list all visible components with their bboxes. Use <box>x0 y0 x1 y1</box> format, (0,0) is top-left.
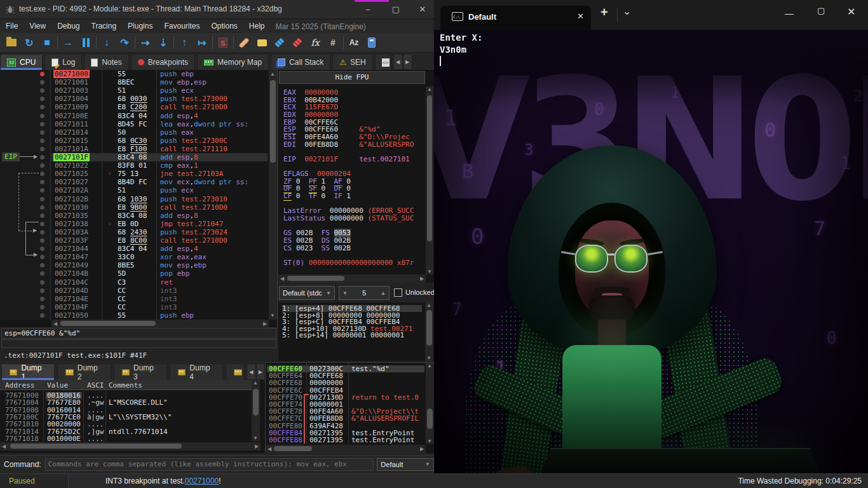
stack-row[interactable]: 00CFFE6800000000 <box>266 379 424 386</box>
row-dot[interactable] <box>40 197 44 201</box>
row-dot[interactable] <box>40 280 44 285</box>
tab-script-partial[interactable]: <> <box>375 54 391 70</box>
breakpoint-dot[interactable] <box>40 72 44 76</box>
args-vscrollbar[interactable]: ▲ ▼ <box>425 302 433 361</box>
disasm-hscrollbar[interactable]: ◀ ▶ <box>51 320 269 327</box>
row-dot[interactable] <box>40 105 44 109</box>
disasm-row[interactable]: 0027105055push ebp <box>0 311 267 320</box>
patches-button[interactable] <box>235 34 253 51</box>
labels-button[interactable] <box>271 34 288 51</box>
run-to-user-code-button[interactable]: ↑ <box>175 34 193 51</box>
row-dot[interactable] <box>40 214 44 218</box>
unlocked-checkbox[interactable] <box>394 288 402 297</box>
new-tab-button[interactable]: + <box>600 5 608 20</box>
row-dot[interactable] <box>40 130 44 135</box>
stack-vscrollbar[interactable]: ▲ ▼ <box>426 363 434 444</box>
tab-call-stack[interactable]: Call Stack <box>271 54 330 70</box>
calculator-button[interactable] <box>363 34 381 51</box>
command-script-combo[interactable]: Default▼ <box>377 458 434 471</box>
disasm-row[interactable]: 002710018BECmov ebp,esp <box>0 78 267 86</box>
row-dot[interactable] <box>40 172 44 176</box>
row-dot[interactable] <box>40 297 44 301</box>
register-line[interactable]: EDI 00FEB8D8 &"ALLUSERSPRO <box>283 141 414 149</box>
row-dot[interactable] <box>40 97 44 101</box>
row-dot[interactable] <box>40 313 44 318</box>
open-file-button[interactable] <box>3 34 20 51</box>
maximize-button[interactable]: ▢ <box>385 0 407 19</box>
row-dot[interactable] <box>40 163 44 168</box>
disasm-row[interactable]: 0027104733C0xor eax,eax <box>0 253 267 261</box>
assemble-button[interactable]: Aᴢ <box>345 34 363 51</box>
terminal-maximize-button[interactable]: ▢ <box>817 6 825 15</box>
row-dot[interactable] <box>40 288 44 293</box>
disasm-row[interactable]: 0027100E83C4 04add esp,4 <box>0 112 267 120</box>
row-dot[interactable] <box>40 80 44 85</box>
menu-options[interactable]: Options <box>205 20 243 33</box>
disasm-row[interactable]: 0027100055push ebp <box>0 70 267 78</box>
step-over-button[interactable]: ↷ <box>116 34 133 51</box>
menu-help[interactable]: Help <box>243 20 271 33</box>
dump-tab-4[interactable]: Dump 4 <box>170 363 223 380</box>
stop-button[interactable]: ■ <box>38 34 56 51</box>
functions-button[interactable]: fx <box>306 34 324 51</box>
tab-notes[interactable]: Notes <box>84 54 128 70</box>
disasm-row[interactable]: 0027101450push eax <box>0 128 267 137</box>
menu-favourites[interactable]: Favourites <box>158 20 205 33</box>
disasm-row[interactable]: 0027104FCCint3 <box>0 303 267 311</box>
row-dot[interactable] <box>40 238 44 243</box>
regs-hscrollbar[interactable]: ◀ ▶ <box>278 274 426 283</box>
disasm-row[interactable]: 00271030E8 9B00call test.2710D0 <box>0 203 267 212</box>
tab-scroll-right-button[interactable]: ▶ <box>403 54 412 70</box>
register-line[interactable]: LastStatus 00000000 (STATUS_SUC <box>283 215 414 222</box>
arguments-panel[interactable]: 1: [esp+4] 00CFFE68 00CFFE682: [esp+8] 0… <box>278 302 434 361</box>
terminal-tab[interactable]: C:\ Default ✕ <box>440 6 591 30</box>
step-into-swallow-button[interactable]: ⇣ <box>154 34 172 51</box>
disasm-row[interactable]: 00271009E8 C200call test.2710D0 <box>0 103 267 111</box>
tab-dropdown-chevron-icon[interactable]: ⌄ <box>623 5 631 17</box>
tab-close-icon[interactable]: ✕ <box>577 11 584 21</box>
disasm-row[interactable]: 0027100351push ecx <box>0 86 267 95</box>
disasm-row[interactable]: 0027104CC3ret <box>0 278 267 287</box>
dump-scroll-left-button[interactable]: ◀ <box>247 363 255 380</box>
disasm-row[interactable]: 0027102A51push ecx <box>0 186 267 194</box>
row-dot[interactable] <box>40 114 44 118</box>
dump-tab-3[interactable]: Dump 3 <box>114 363 167 380</box>
menu-debug[interactable]: Debug <box>51 20 85 33</box>
menu-plugins[interactable]: Plugins <box>122 20 158 33</box>
terminal-titlebar[interactable]: C:\ Default ✕ + ⌄ — ▢ ✕ <box>434 0 868 30</box>
terminal-close-button[interactable]: ✕ <box>847 6 855 18</box>
regs-vscrollbar[interactable]: ▲ ▼ <box>426 86 433 274</box>
pause-button[interactable] <box>77 34 95 51</box>
menu-file[interactable]: File <box>0 20 24 33</box>
skip-next-button[interactable]: ↦ <box>193 34 211 51</box>
stack-panel[interactable]: 00CFFE600027300Ctest."%d"00CFFE6400CFFE6… <box>265 362 434 453</box>
tab-scroll-left-button[interactable]: ◀ <box>393 54 403 70</box>
row-dot[interactable] <box>40 122 44 126</box>
disasm-row[interactable]: 00271038˅EB 0Djmp test.271047 <box>0 220 267 228</box>
row-dot[interactable] <box>40 147 44 151</box>
row-dot[interactable] <box>40 305 44 309</box>
execute-till-return-button[interactable]: ⇢ <box>137 34 154 51</box>
disasm-row[interactable]: 00271025˅75 13jne test.27103A <box>0 170 267 178</box>
dump-scroll-right-button[interactable]: ▶ <box>256 363 265 380</box>
row-dot[interactable] <box>40 222 44 226</box>
tab-log[interactable]: Log <box>44 54 82 70</box>
disasm-row[interactable]: 0027102B68 1030push test.273010 <box>0 195 267 203</box>
argument-row[interactable]: 5: [esp+14] 00000001 00000001 <box>282 332 404 339</box>
stack-row[interactable]: 00CFFE7C00FEB8D8&"ALLUSERSPROFIL <box>266 415 424 422</box>
row-dot[interactable] <box>40 155 44 159</box>
terminal-content[interactable]: V3N0M 1B071350107102 <box>434 30 868 473</box>
stack-row[interactable]: 00CFFE8800271395test.EntryPoint <box>266 437 424 444</box>
disasm-row[interactable]: 0027104B5Dpop ebp <box>0 269 267 278</box>
breakpoints-toolbar-button[interactable] <box>288 34 306 51</box>
row-dot[interactable] <box>40 263 44 268</box>
register-line[interactable]: CF 0 TF 0 IF 1 <box>283 193 351 200</box>
hide-fpu-button[interactable]: Hide FPU <box>279 71 425 84</box>
register-line[interactable]: CS 0023 SS 002B <box>283 245 351 252</box>
disasm-row[interactable]: 002710278B4D FCmov ecx,dword ptr ss: <box>0 178 267 186</box>
tab-cpu[interactable]: 32CPU <box>0 54 43 70</box>
disasm-row[interactable]: 0027101F83C4 08add esp,8 <box>0 153 267 161</box>
disasm-row[interactable]: 0027104DCCint3 <box>0 287 267 295</box>
menu-tracing[interactable]: Tracing <box>86 20 123 33</box>
dump-hscrollbar[interactable]: ◀ ▶ <box>0 442 261 451</box>
